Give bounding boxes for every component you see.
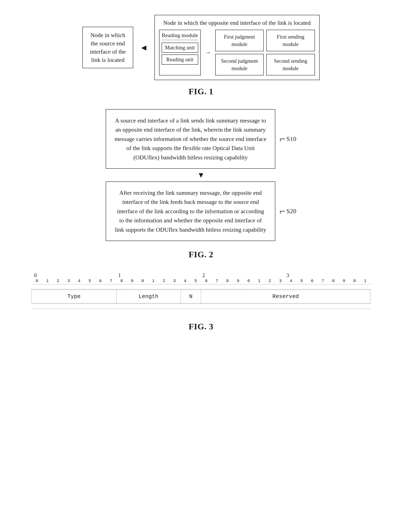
bit-26: 6 — [307, 279, 317, 283]
bit-23: 3 — [275, 279, 286, 283]
major-label-0: 0 — [34, 272, 118, 279]
bit-5: 5 — [85, 279, 95, 283]
right-modules: First judgment module First sending modu… — [215, 30, 315, 76]
bit-16: 6 — [201, 279, 212, 283]
major-label-1: 1 — [118, 272, 202, 279]
second-judgment-module: Second judgment module — [215, 54, 264, 76]
bit-3: 3 — [63, 279, 74, 283]
s20-label: S20 — [286, 208, 296, 215]
reading-unit-box: Reading unit — [162, 54, 198, 65]
bit-28: 8 — [328, 279, 339, 283]
fig2-label: FIG. 2 — [188, 249, 213, 260]
major-label-3: 3 — [286, 272, 371, 279]
bit-1: 1 — [42, 279, 53, 283]
bit-31: 1 — [360, 279, 371, 283]
bit-0: 0 — [31, 279, 42, 283]
arrow-left: ◄ — [140, 43, 148, 53]
bit-17: 7 — [212, 279, 222, 283]
source-node-text: Node in which the source end interface o… — [90, 32, 126, 63]
fig2-section: A source end interface of a link sends l… — [13, 109, 389, 260]
flow-arrow: ▼ — [197, 169, 205, 181]
bit-25: 5 — [296, 279, 307, 283]
flow-box-2: After receiving the link summary message… — [106, 181, 275, 241]
major-label-2: 2 — [202, 272, 286, 279]
bit-diagram: 0 1 2 3 0 1 2 3 4 5 6 7 8 9 0 1 2 3 4 5 … — [31, 272, 371, 309]
bit-8: 8 — [116, 279, 127, 283]
first-judgment-module: First judgment module — [215, 30, 264, 51]
bit-12: 2 — [159, 279, 169, 283]
flow-box-1: A source end interface of a link sends l… — [106, 109, 275, 169]
flowchart: A source end interface of a link sends l… — [106, 109, 296, 241]
bit-18: 8 — [222, 279, 233, 283]
source-node-box: Node in which the source end interface o… — [82, 27, 133, 69]
step-label-2: ⌐ S20 — [275, 181, 296, 241]
fig1-diagram: Node in which the source end interface o… — [13, 15, 389, 80]
reading-to-right-arrow: → — [204, 30, 212, 76]
step-label-1: ⌐ S10 — [275, 109, 296, 169]
flow-step-2: After receiving the link summary message… — [106, 181, 296, 241]
bit-6: 6 — [95, 279, 106, 283]
bit-29: 9 — [339, 279, 349, 283]
reading-module-title: Reading module — [162, 32, 198, 40]
minor-digits-row: 0 1 2 3 4 5 6 7 8 9 0 1 2 3 4 5 6 7 8 9 … — [31, 279, 371, 283]
bit-fields-table: Type Length N Reserved — [31, 290, 371, 303]
bit-fields-row: Type Length N Reserved — [32, 290, 371, 303]
fig3-section: 0 1 2 3 0 1 2 3 4 5 6 7 8 9 0 1 2 3 4 5 … — [13, 272, 389, 331]
bit-27: 7 — [317, 279, 328, 283]
bit-21: 1 — [254, 279, 265, 283]
bit-24: 4 — [286, 279, 296, 283]
first-sending-module: First sending module — [266, 30, 315, 51]
field-n: N — [181, 290, 201, 303]
field-type: Type — [32, 290, 117, 303]
reading-module-box: Reading module Matching unit Reading uni… — [159, 30, 201, 76]
bit-2: 2 — [53, 279, 63, 283]
bit-7: 7 — [106, 279, 116, 283]
bit-22: 2 — [265, 279, 275, 283]
bit-30: 0 — [349, 279, 360, 283]
matching-unit-box: Matching unit — [162, 43, 198, 53]
fig3-label: FIG. 3 — [188, 322, 213, 331]
bit-11: 1 — [148, 279, 159, 283]
bit-15: 5 — [190, 279, 201, 283]
bracket-left-1: ⌐ — [280, 133, 285, 144]
field-length: Length — [116, 290, 181, 303]
s10-label: S10 — [286, 135, 296, 142]
tick-marks-bottom-row — [31, 304, 371, 309]
opposite-node-title: Node in which the opposite end interface… — [159, 19, 315, 26]
bit-10: 0 — [137, 279, 148, 283]
bit-9: 9 — [127, 279, 137, 283]
opposite-node-inner: Reading module Matching unit Reading uni… — [159, 30, 315, 76]
bit-14: 4 — [180, 279, 190, 283]
bit-20: 0 — [243, 279, 254, 283]
second-sending-module: Second sending module — [266, 54, 315, 76]
tick-marks-row — [31, 284, 371, 289]
bit-13: 3 — [169, 279, 180, 283]
fig1-section: Node in which the source end interface o… — [13, 15, 389, 96]
bracket-left-2: ⌐ — [280, 206, 285, 216]
major-labels-row: 0 1 2 3 — [34, 272, 371, 279]
bit-4: 4 — [74, 279, 85, 283]
fig1-label: FIG. 1 — [188, 87, 213, 96]
opposite-node-wrapper: Node in which the opposite end interface… — [155, 15, 320, 80]
field-reserved: Reserved — [201, 290, 371, 303]
flow-step-1: A source end interface of a link sends l… — [106, 109, 296, 169]
bit-19: 9 — [233, 279, 243, 283]
